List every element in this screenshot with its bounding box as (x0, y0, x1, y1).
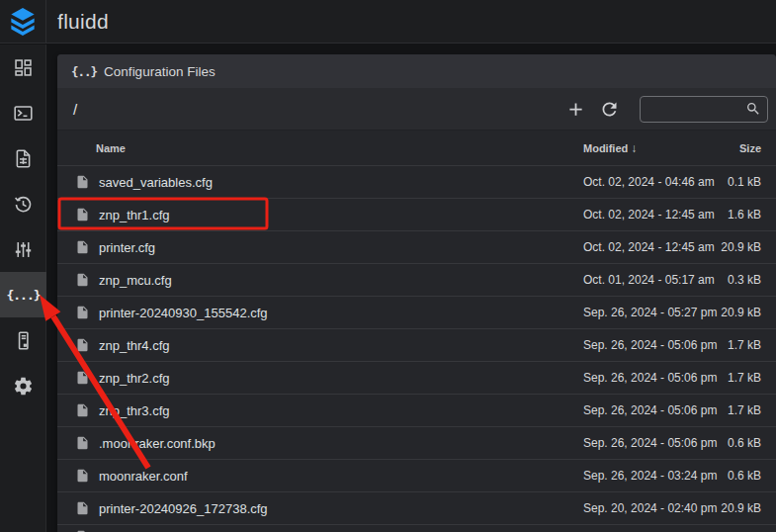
file-size: 0.6 kB (707, 469, 761, 483)
table-row[interactable]: printer.cfg Oct. 02, 2024 - 12:45 am 20.… (57, 230, 776, 263)
table-row[interactable]: .moonraker.conf.bkp Sep. 26, 2024 - 05:0… (57, 426, 776, 459)
sidebar-item-console[interactable] (0, 90, 46, 135)
sidebar-item-jobs[interactable] (0, 135, 46, 181)
tune-icon (13, 239, 34, 260)
add-file-button[interactable] (559, 92, 592, 126)
file-icon (75, 271, 90, 289)
file-modified: Sep. 26, 2024 - 05:06 pm (583, 436, 707, 450)
file-size: 20.9 kB (707, 501, 761, 515)
table-row-partial[interactable] (57, 524, 776, 532)
column-header-name[interactable]: Name (96, 142, 583, 154)
column-header-modified[interactable]: Modified ↓ (583, 141, 707, 155)
file-modified: Sep. 20, 2024 - 02:40 pm (583, 501, 707, 515)
table-row[interactable]: znp_mcu.cfg Oct. 01, 2024 - 05:17 am 0.3… (57, 263, 776, 296)
file-name: saved_variables.cfg (99, 175, 583, 190)
card-title-bar: {..} Configuration Files (57, 54, 776, 88)
file-icon (75, 173, 90, 191)
console-icon (13, 103, 34, 124)
file-name: printer-20240930_155542.cfg (99, 306, 583, 320)
file-icon (75, 369, 90, 387)
file-size: 0.1 kB (707, 175, 761, 189)
file-size: 1.7 kB (707, 403, 761, 417)
file-size: 20.9 kB (707, 306, 761, 319)
file-name: znp_mcu.cfg (99, 273, 583, 288)
file-modified: Sep. 26, 2024 - 03:24 pm (583, 469, 707, 483)
sidebar-item-history[interactable] (0, 181, 46, 226)
table-row[interactable]: znp_thr2.cfg Sep. 26, 2024 - 05:06 pm 1.… (57, 361, 776, 394)
braces-icon: {..} (71, 64, 97, 79)
file-list: saved_variables.cfg Oct. 02, 2024 - 04:4… (57, 165, 776, 532)
file-modified: Sep. 26, 2024 - 05:06 pm (583, 371, 707, 385)
refresh-button[interactable] (592, 92, 626, 126)
file-modified: Sep. 26, 2024 - 05:27 pm (583, 306, 707, 319)
column-header-size[interactable]: Size (707, 142, 761, 154)
file-size: 1.7 kB (707, 371, 761, 385)
file-browser-toolbar: / (57, 88, 776, 131)
file-icon (75, 467, 90, 485)
app-title: fluidd (57, 10, 109, 34)
file-name: znp_thr2.cfg (99, 371, 583, 386)
file-icon (75, 238, 90, 256)
file-name: moonraker.conf (99, 469, 583, 484)
file-size: 0.3 kB (707, 273, 761, 287)
file-size: 20.9 kB (707, 240, 761, 254)
refresh-icon (599, 99, 620, 120)
current-path[interactable]: / (73, 101, 77, 118)
table-header: Name Modified ↓ Size (57, 131, 776, 165)
search-icon (745, 101, 761, 117)
file-modified: Sep. 26, 2024 - 05:06 pm (583, 338, 707, 352)
table-row[interactable]: znp_thr1.cfg Oct. 02, 2024 - 12:45 am 1.… (57, 198, 776, 230)
table-row[interactable]: printer-20240930_155542.cfg Sep. 26, 202… (57, 296, 776, 328)
file-icon (75, 528, 90, 532)
table-row[interactable]: saved_variables.cfg Oct. 02, 2024 - 04:4… (57, 165, 776, 198)
file-modified: Oct. 02, 2024 - 12:45 am (583, 240, 707, 254)
file-icon (75, 206, 90, 223)
table-row[interactable]: printer-20240926_172738.cfg Sep. 20, 202… (57, 491, 776, 524)
main-content: {..} Configuration Files / (47, 44, 776, 532)
search-input[interactable] (648, 102, 745, 116)
system-icon (13, 330, 34, 351)
file-name: znp_thr3.cfg (99, 403, 583, 418)
file-name: printer-20240926_172738.cfg (99, 501, 583, 516)
jobs-file-icon (13, 148, 34, 169)
card-title: Configuration Files (104, 64, 216, 79)
file-size: 1.7 kB (707, 338, 761, 352)
app-header: fluidd (0, 0, 776, 44)
file-icon (75, 434, 90, 452)
file-icon (75, 499, 90, 517)
sidebar-item-settings[interactable] (0, 363, 46, 408)
settings-gear-icon (13, 376, 34, 397)
plus-icon (565, 99, 586, 120)
file-name: znp_thr4.cfg (99, 338, 583, 353)
file-modified: Sep. 26, 2024 - 05:06 pm (583, 403, 707, 417)
sidebar-item-dashboard[interactable] (0, 44, 46, 90)
dashboard-icon (13, 57, 34, 78)
sidebar: {...} (0, 44, 46, 532)
file-modified: Oct. 01, 2024 - 05:17 am (583, 273, 707, 287)
sidebar-item-tune[interactable] (0, 226, 46, 272)
file-modified: Oct. 02, 2024 - 04:46 am (583, 175, 707, 189)
file-size: 0.6 kB (707, 436, 761, 450)
config-braces-icon: {...} (6, 288, 40, 303)
sidebar-item-configuration[interactable]: {...} (0, 272, 46, 317)
file-modified: Oct. 02, 2024 - 12:45 am (583, 208, 707, 222)
history-icon (13, 194, 34, 215)
file-icon (75, 401, 90, 419)
fluidd-logo-icon (9, 8, 37, 36)
file-name: .moonraker.conf.bkp (99, 436, 583, 451)
file-size: 1.6 kB (707, 208, 761, 222)
sidebar-item-system[interactable] (0, 317, 46, 363)
config-files-card: {..} Configuration Files / (57, 54, 776, 532)
fluidd-logo[interactable] (0, 0, 46, 44)
file-icon (75, 304, 90, 321)
table-row[interactable]: moonraker.conf Sep. 26, 2024 - 03:24 pm … (57, 459, 776, 491)
table-row[interactable]: znp_thr3.cfg Sep. 26, 2024 - 05:06 pm 1.… (57, 394, 776, 426)
search-box (640, 96, 768, 123)
file-name: printer.cfg (99, 240, 583, 255)
table-row[interactable]: znp_thr4.cfg Sep. 26, 2024 - 05:06 pm 1.… (57, 328, 776, 361)
file-name: znp_thr1.cfg (99, 208, 583, 222)
file-icon (75, 336, 90, 354)
sort-desc-icon: ↓ (631, 141, 637, 155)
